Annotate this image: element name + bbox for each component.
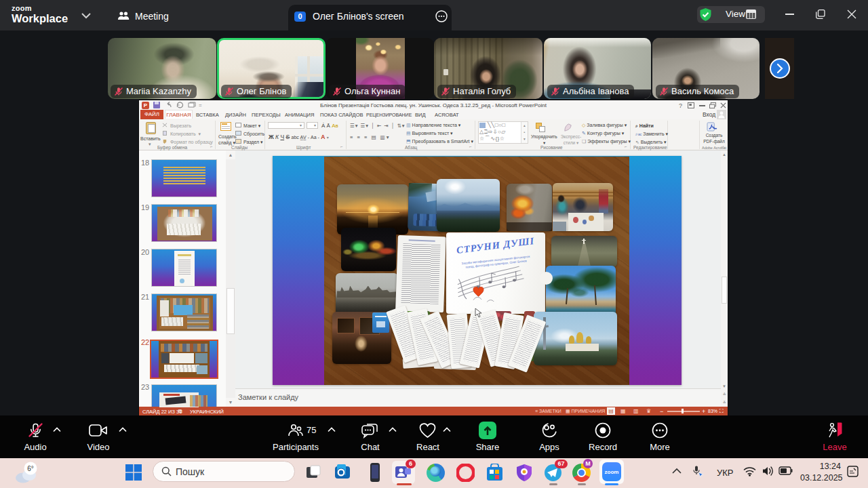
svg-text:6°: 6°: [27, 465, 34, 472]
